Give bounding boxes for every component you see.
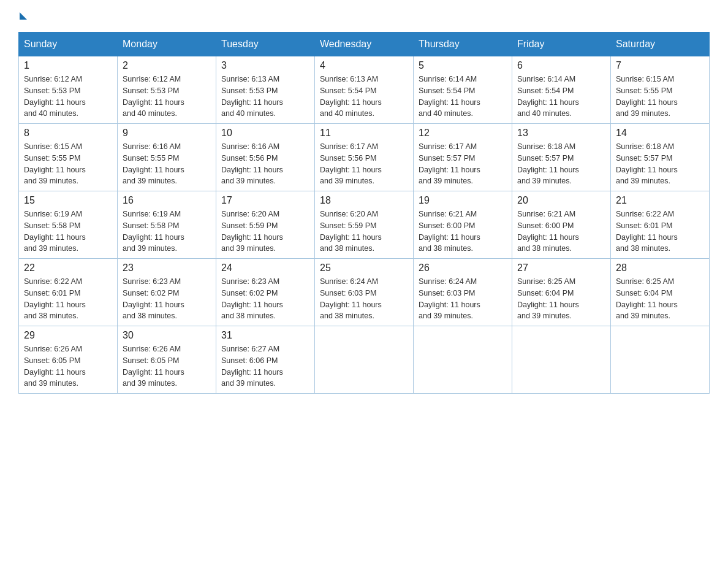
day-info: Sunrise: 6:21 AMSunset: 6:00 PMDaylight:… bbox=[419, 209, 507, 255]
day-number: 22 bbox=[24, 262, 112, 274]
calendar-cell: 14 Sunrise: 6:18 AMSunset: 5:57 PMDaylig… bbox=[611, 124, 710, 191]
calendar-week-row: 1 Sunrise: 6:12 AMSunset: 5:53 PMDayligh… bbox=[19, 56, 710, 124]
day-number: 16 bbox=[123, 195, 211, 206]
calendar-table: SundayMondayTuesdayWednesdayThursdayFrid… bbox=[18, 32, 710, 394]
calendar-week-row: 22 Sunrise: 6:22 AMSunset: 6:01 PMDaylig… bbox=[19, 259, 710, 326]
weekday-header-thursday: Thursday bbox=[414, 33, 512, 56]
day-info: Sunrise: 6:13 AMSunset: 5:54 PMDaylight:… bbox=[320, 74, 408, 120]
day-info: Sunrise: 6:21 AMSunset: 6:00 PMDaylight:… bbox=[517, 209, 605, 255]
day-number: 14 bbox=[616, 128, 704, 139]
day-info: Sunrise: 6:19 AMSunset: 5:58 PMDaylight:… bbox=[123, 209, 211, 255]
calendar-cell: 5 Sunrise: 6:14 AMSunset: 5:54 PMDayligh… bbox=[414, 56, 512, 124]
day-number: 18 bbox=[320, 195, 408, 206]
day-number: 25 bbox=[320, 262, 408, 274]
day-number: 11 bbox=[320, 128, 408, 139]
day-info: Sunrise: 6:23 AMSunset: 6:02 PMDaylight:… bbox=[221, 276, 309, 322]
day-info: Sunrise: 6:27 AMSunset: 6:06 PMDaylight:… bbox=[221, 343, 309, 389]
day-info: Sunrise: 6:14 AMSunset: 5:54 PMDaylight:… bbox=[419, 74, 507, 120]
day-number: 20 bbox=[517, 195, 605, 206]
calendar-cell: 16 Sunrise: 6:19 AMSunset: 5:58 PMDaylig… bbox=[118, 191, 216, 259]
calendar-cell: 19 Sunrise: 6:21 AMSunset: 6:00 PMDaylig… bbox=[414, 191, 512, 259]
day-info: Sunrise: 6:26 AMSunset: 6:05 PMDaylight:… bbox=[24, 343, 112, 389]
calendar-week-row: 29 Sunrise: 6:26 AMSunset: 6:05 PMDaylig… bbox=[19, 326, 710, 394]
calendar-cell: 2 Sunrise: 6:12 AMSunset: 5:53 PMDayligh… bbox=[118, 56, 216, 124]
day-info: Sunrise: 6:12 AMSunset: 5:53 PMDaylight:… bbox=[24, 74, 112, 120]
calendar-cell: 18 Sunrise: 6:20 AMSunset: 5:59 PMDaylig… bbox=[315, 191, 414, 259]
day-number: 15 bbox=[24, 195, 112, 206]
day-number: 7 bbox=[616, 60, 704, 71]
day-number: 6 bbox=[517, 60, 605, 71]
day-number: 31 bbox=[221, 330, 309, 341]
weekday-header-sunday: Sunday bbox=[19, 33, 118, 56]
weekday-header-friday: Friday bbox=[512, 33, 611, 56]
day-number: 10 bbox=[221, 128, 309, 139]
day-number: 5 bbox=[419, 60, 507, 71]
weekday-header-row: SundayMondayTuesdayWednesdayThursdayFrid… bbox=[19, 33, 710, 56]
day-info: Sunrise: 6:16 AMSunset: 5:56 PMDaylight:… bbox=[221, 141, 309, 187]
day-info: Sunrise: 6:16 AMSunset: 5:55 PMDaylight:… bbox=[123, 141, 211, 187]
day-info: Sunrise: 6:15 AMSunset: 5:55 PMDaylight:… bbox=[616, 74, 704, 120]
calendar-cell bbox=[414, 326, 512, 394]
day-info: Sunrise: 6:17 AMSunset: 5:56 PMDaylight:… bbox=[320, 141, 408, 187]
day-number: 30 bbox=[123, 330, 211, 341]
calendar-cell: 20 Sunrise: 6:21 AMSunset: 6:00 PMDaylig… bbox=[512, 191, 611, 259]
day-number: 27 bbox=[517, 262, 605, 274]
calendar-cell: 10 Sunrise: 6:16 AMSunset: 5:56 PMDaylig… bbox=[216, 124, 315, 191]
day-number: 9 bbox=[123, 128, 211, 139]
calendar-cell: 22 Sunrise: 6:22 AMSunset: 6:01 PMDaylig… bbox=[19, 259, 118, 326]
day-info: Sunrise: 6:17 AMSunset: 5:57 PMDaylight:… bbox=[419, 141, 507, 187]
day-info: Sunrise: 6:19 AMSunset: 5:58 PMDaylight:… bbox=[24, 209, 112, 255]
day-info: Sunrise: 6:24 AMSunset: 6:03 PMDaylight:… bbox=[320, 276, 408, 322]
calendar-cell: 1 Sunrise: 6:12 AMSunset: 5:53 PMDayligh… bbox=[19, 56, 118, 124]
day-number: 24 bbox=[221, 262, 309, 274]
day-info: Sunrise: 6:26 AMSunset: 6:05 PMDaylight:… bbox=[123, 343, 211, 389]
logo-triangle-icon bbox=[20, 12, 27, 20]
day-info: Sunrise: 6:12 AMSunset: 5:53 PMDaylight:… bbox=[123, 74, 211, 120]
calendar-cell: 24 Sunrise: 6:23 AMSunset: 6:02 PMDaylig… bbox=[216, 259, 315, 326]
day-info: Sunrise: 6:18 AMSunset: 5:57 PMDaylight:… bbox=[616, 141, 704, 187]
day-number: 3 bbox=[221, 60, 309, 71]
day-info: Sunrise: 6:22 AMSunset: 6:01 PMDaylight:… bbox=[24, 276, 112, 322]
calendar-cell: 11 Sunrise: 6:17 AMSunset: 5:56 PMDaylig… bbox=[315, 124, 414, 191]
day-number: 21 bbox=[616, 195, 704, 206]
day-number: 8 bbox=[24, 128, 112, 139]
calendar-cell: 12 Sunrise: 6:17 AMSunset: 5:57 PMDaylig… bbox=[414, 124, 512, 191]
weekday-header-tuesday: Tuesday bbox=[216, 33, 315, 56]
day-info: Sunrise: 6:14 AMSunset: 5:54 PMDaylight:… bbox=[517, 74, 605, 120]
day-number: 12 bbox=[419, 128, 507, 139]
day-info: Sunrise: 6:23 AMSunset: 6:02 PMDaylight:… bbox=[123, 276, 211, 322]
calendar-cell: 26 Sunrise: 6:24 AMSunset: 6:03 PMDaylig… bbox=[414, 259, 512, 326]
day-info: Sunrise: 6:25 AMSunset: 6:04 PMDaylight:… bbox=[616, 276, 704, 322]
calendar-cell: 3 Sunrise: 6:13 AMSunset: 5:53 PMDayligh… bbox=[216, 56, 315, 124]
day-info: Sunrise: 6:22 AMSunset: 6:01 PMDaylight:… bbox=[616, 209, 704, 255]
calendar-cell: 28 Sunrise: 6:25 AMSunset: 6:04 PMDaylig… bbox=[611, 259, 710, 326]
day-info: Sunrise: 6:18 AMSunset: 5:57 PMDaylight:… bbox=[517, 141, 605, 187]
calendar-cell: 30 Sunrise: 6:26 AMSunset: 6:05 PMDaylig… bbox=[118, 326, 216, 394]
day-number: 2 bbox=[123, 60, 211, 71]
calendar-week-row: 8 Sunrise: 6:15 AMSunset: 5:55 PMDayligh… bbox=[19, 124, 710, 191]
day-info: Sunrise: 6:25 AMSunset: 6:04 PMDaylight:… bbox=[517, 276, 605, 322]
day-info: Sunrise: 6:24 AMSunset: 6:03 PMDaylight:… bbox=[419, 276, 507, 322]
day-number: 28 bbox=[616, 262, 704, 274]
day-info: Sunrise: 6:15 AMSunset: 5:55 PMDaylight:… bbox=[24, 141, 112, 187]
calendar-cell: 15 Sunrise: 6:19 AMSunset: 5:58 PMDaylig… bbox=[19, 191, 118, 259]
day-number: 26 bbox=[419, 262, 507, 274]
calendar-cell: 4 Sunrise: 6:13 AMSunset: 5:54 PMDayligh… bbox=[315, 56, 414, 124]
calendar-cell: 27 Sunrise: 6:25 AMSunset: 6:04 PMDaylig… bbox=[512, 259, 611, 326]
calendar-cell: 21 Sunrise: 6:22 AMSunset: 6:01 PMDaylig… bbox=[611, 191, 710, 259]
day-number: 1 bbox=[24, 60, 112, 71]
day-info: Sunrise: 6:20 AMSunset: 5:59 PMDaylight:… bbox=[320, 209, 408, 255]
calendar-cell bbox=[512, 326, 611, 394]
calendar-week-row: 15 Sunrise: 6:19 AMSunset: 5:58 PMDaylig… bbox=[19, 191, 710, 259]
weekday-header-saturday: Saturday bbox=[611, 33, 710, 56]
day-number: 19 bbox=[419, 195, 507, 206]
calendar-cell: 17 Sunrise: 6:20 AMSunset: 5:59 PMDaylig… bbox=[216, 191, 315, 259]
day-number: 17 bbox=[221, 195, 309, 206]
calendar-cell: 29 Sunrise: 6:26 AMSunset: 6:05 PMDaylig… bbox=[19, 326, 118, 394]
calendar-cell bbox=[611, 326, 710, 394]
day-number: 29 bbox=[24, 330, 112, 341]
day-number: 13 bbox=[517, 128, 605, 139]
calendar-cell: 8 Sunrise: 6:15 AMSunset: 5:55 PMDayligh… bbox=[19, 124, 118, 191]
calendar-cell bbox=[315, 326, 414, 394]
day-number: 4 bbox=[320, 60, 408, 71]
